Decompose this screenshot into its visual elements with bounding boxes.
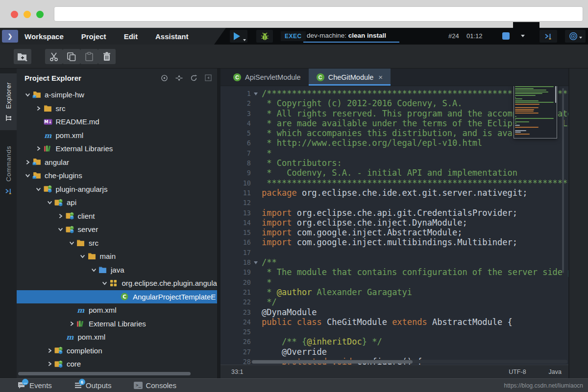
tree-chevron-icon[interactable] bbox=[101, 280, 109, 286]
code-line[interactable]: 14import org.eclipse.che.inject.DynaModu… bbox=[220, 218, 568, 228]
tree-item[interactable]: api bbox=[17, 196, 217, 209]
menu-project[interactable]: Project bbox=[81, 32, 106, 41]
tree-item[interactable]: src bbox=[17, 236, 217, 250]
tab-close-icon[interactable]: × bbox=[378, 73, 383, 81]
events-panel-button[interactable]: ... Events bbox=[18, 381, 52, 390]
window-zoom-button[interactable] bbox=[36, 11, 44, 18]
tree-chevron-icon[interactable] bbox=[90, 267, 98, 273]
tree-chevron-icon[interactable] bbox=[112, 294, 120, 300]
window-close-button[interactable] bbox=[11, 11, 18, 18]
outputs-panel-button[interactable]: 6 Outputs bbox=[74, 381, 112, 390]
menu-workspace[interactable]: Workspace bbox=[24, 32, 64, 41]
tree-item[interactable]: server bbox=[17, 223, 217, 236]
stop-button[interactable] bbox=[502, 32, 510, 40]
tree-item[interactable]: mpom.xml bbox=[17, 303, 217, 317]
code-line[interactable]: 24public class CheGitModule extends Abst… bbox=[220, 317, 568, 327]
tree-chevron-icon[interactable] bbox=[24, 159, 31, 165]
project-tree[interactable]: a-simple-hwsrcM↓README.mdmpom.xmlExterna… bbox=[17, 88, 217, 370]
code-line[interactable]: 23@DynaModule bbox=[220, 307, 568, 317]
editor-horizontal-scrollbar[interactable] bbox=[251, 360, 567, 364]
rail-tab-commands[interactable]: Commands bbox=[0, 138, 17, 203]
tree-chevron-icon[interactable] bbox=[79, 254, 87, 259]
code-line[interactable]: 19 * The module that contains configurat… bbox=[220, 267, 568, 277]
tree-chevron-icon[interactable] bbox=[35, 119, 43, 125]
fold-marker-icon[interactable] bbox=[251, 89, 262, 98]
copy-button[interactable] bbox=[63, 49, 80, 64]
tree-chevron-icon[interactable] bbox=[57, 213, 65, 219]
code-line[interactable]: 13import org.eclipse.che.api.git.Credent… bbox=[220, 208, 568, 218]
tree-chevron-icon[interactable] bbox=[46, 347, 53, 353]
code-line[interactable]: 10 *************************************… bbox=[220, 178, 568, 188]
code-line[interactable]: 15import com.google.inject.AbstractModul… bbox=[220, 228, 568, 237]
window-minimize-button[interactable] bbox=[24, 11, 31, 18]
cut-button[interactable] bbox=[45, 49, 63, 64]
code-line[interactable]: 12 bbox=[220, 198, 568, 208]
code-line[interactable]: 27 @Override bbox=[220, 347, 568, 357]
workspace-nav-button[interactable]: ❯ bbox=[2, 30, 18, 43]
code-line[interactable]: 9 * Codenvy, S.A. - initial API and impl… bbox=[220, 168, 568, 178]
tree-chevron-icon[interactable] bbox=[46, 361, 53, 367]
code-line[interactable]: 7 * bbox=[220, 148, 568, 158]
code-editor[interactable]: 1/**************************************… bbox=[220, 86, 568, 365]
tree-item[interactable]: External Libraries bbox=[17, 317, 217, 331]
code-line[interactable]: 17 bbox=[220, 248, 568, 257]
new-project-button[interactable] bbox=[14, 49, 31, 64]
tree-chevron-icon[interactable] bbox=[57, 334, 65, 340]
collapse-all-button[interactable] bbox=[175, 74, 183, 82]
tree-chevron-icon[interactable] bbox=[24, 173, 31, 179]
editor-tab[interactable]: C ApiServletModule bbox=[225, 69, 309, 86]
tree-item[interactable]: completion bbox=[17, 344, 217, 358]
code-line[interactable]: 16import com.google.inject.multibindings… bbox=[220, 237, 568, 247]
tree-chevron-icon[interactable] bbox=[57, 227, 65, 232]
target-selector-button[interactable] bbox=[565, 30, 586, 43]
fold-marker-icon[interactable] bbox=[251, 257, 262, 267]
editor-tab-active[interactable]: C CheGitModule × bbox=[309, 69, 391, 86]
menu-assistant[interactable]: Assistant bbox=[155, 32, 189, 41]
tree-item[interactable]: main bbox=[17, 250, 217, 263]
tree-item[interactable]: che-plugins bbox=[17, 169, 217, 183]
machine-terminal-button[interactable] bbox=[539, 30, 557, 43]
consoles-panel-button[interactable]: >_ Consoles bbox=[134, 381, 176, 390]
tree-chevron-icon[interactable] bbox=[35, 186, 43, 192]
tree-item[interactable]: mpom.xml bbox=[17, 129, 217, 142]
tree-item[interactable]: plugin-angularjs bbox=[17, 183, 217, 196]
panel-divider[interactable] bbox=[217, 69, 220, 378]
tree-chevron-icon[interactable] bbox=[68, 307, 75, 313]
delete-button[interactable] bbox=[98, 49, 116, 64]
tree-item[interactable]: mpom.xml bbox=[17, 330, 217, 344]
refresh-button[interactable] bbox=[190, 74, 197, 82]
tree-item[interactable]: java bbox=[17, 263, 217, 277]
tree-chevron-icon[interactable] bbox=[24, 92, 31, 98]
code-line[interactable]: 8 * Contributors: bbox=[220, 158, 568, 168]
tree-item[interactable]: a-simple-hw bbox=[17, 88, 217, 102]
browser-address-bar[interactable] bbox=[54, 6, 583, 22]
minimize-panel-button[interactable] bbox=[204, 74, 212, 82]
code-line[interactable]: 11package org.eclipse.che.ide.ext.git.se… bbox=[220, 188, 568, 198]
tree-item[interactable]: org.eclipse.che.plugin.angula bbox=[17, 277, 217, 290]
tree-item[interactable]: src bbox=[17, 102, 217, 115]
code-line[interactable]: 6 * http://www.eclipse.org/legal/epl-v10… bbox=[220, 138, 568, 148]
process-dropdown-caret-icon[interactable] bbox=[521, 35, 525, 37]
code-line[interactable]: 22 */ bbox=[220, 297, 568, 307]
tree-chevron-icon[interactable] bbox=[35, 105, 43, 111]
tree-chevron-icon[interactable] bbox=[68, 321, 75, 326]
debug-button[interactable] bbox=[256, 30, 273, 43]
code-line[interactable]: 25 bbox=[220, 327, 568, 337]
tree-item[interactable]: core bbox=[17, 357, 217, 370]
locate-file-button[interactable] bbox=[160, 74, 168, 82]
tree-item[interactable]: angular bbox=[17, 156, 217, 169]
editor-vertical-scrollbar[interactable] bbox=[562, 88, 564, 273]
tree-chevron-icon[interactable] bbox=[35, 132, 43, 138]
paste-button[interactable] bbox=[80, 49, 98, 64]
command-selector[interactable]: dev-machine: clean install bbox=[303, 30, 399, 43]
tree-item[interactable]: CAngularProjectTemplateE bbox=[17, 290, 217, 304]
code-line[interactable]: 26 /** {@inheritDoc} */ bbox=[220, 337, 568, 346]
menu-edit[interactable]: Edit bbox=[124, 32, 138, 41]
tree-chevron-icon[interactable] bbox=[35, 146, 43, 152]
code-line[interactable]: 18/** bbox=[220, 257, 568, 267]
tree-item[interactable]: client bbox=[17, 209, 217, 223]
tree-chevron-icon[interactable] bbox=[68, 240, 75, 246]
code-line[interactable]: 20 * bbox=[220, 277, 568, 287]
tree-chevron-icon[interactable] bbox=[46, 200, 53, 206]
tree-horizontal-scrollbar[interactable] bbox=[17, 371, 217, 375]
